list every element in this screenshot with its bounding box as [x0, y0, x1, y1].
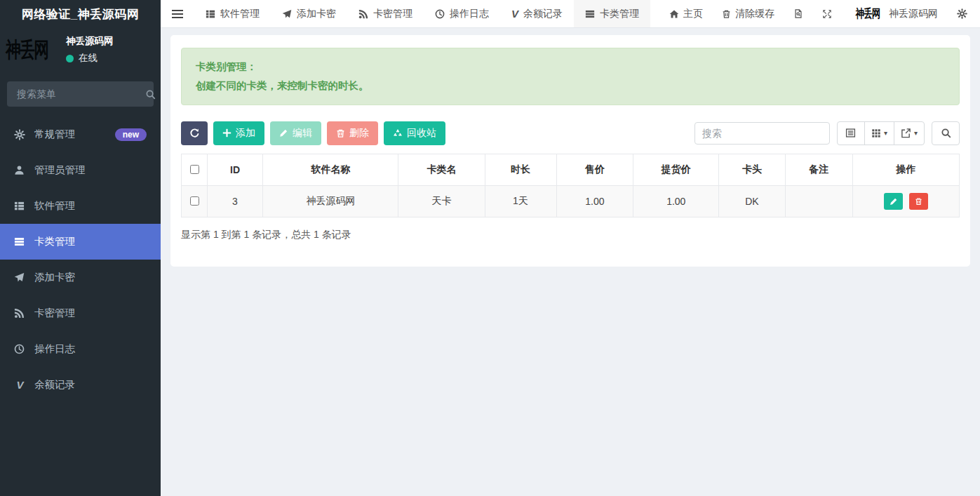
recycle-icon	[393, 128, 403, 138]
sidebar-item-general[interactable]: 常规管理 new	[0, 116, 161, 152]
sidebar-item-label: 添加卡密	[34, 271, 75, 284]
refresh-button[interactable]	[181, 121, 208, 145]
sidebar-profile: 神丢网 神丢源码网 在线	[0, 25, 161, 72]
tab-logs[interactable]: 操作日志	[424, 0, 500, 27]
col-software: 软件名称	[263, 154, 398, 185]
add-button[interactable]: 添加	[213, 121, 264, 145]
rss-icon	[358, 9, 368, 19]
pencil-icon	[279, 128, 288, 138]
table-summary: 显示第 1 到第 1 条记录，总共 1 条记录	[181, 229, 960, 241]
sidebar-item-label: 卡密管理	[34, 307, 75, 320]
reorder-icon	[14, 236, 26, 247]
cell-prefix: DK	[719, 185, 785, 217]
col-price: 售价	[556, 154, 633, 185]
columns-button[interactable]: ▾	[864, 121, 894, 145]
edit-button[interactable]: 编辑	[270, 121, 321, 145]
profile-name: 神丢源码网	[66, 35, 114, 48]
home-icon	[669, 9, 679, 19]
table-view-button-group: ▾ ▾	[837, 121, 925, 145]
content: 卡类别管理： 创建不同的卡类，来控制卡密的时长。	[161, 28, 980, 496]
tab-label: 余额记录	[523, 8, 563, 20]
col-pickup-price: 提货价	[633, 154, 719, 185]
row-edit-button[interactable]	[884, 193, 903, 210]
cell-card-type: 天卡	[398, 185, 485, 217]
search-submit-button[interactable]	[932, 121, 960, 145]
clock-icon	[14, 344, 26, 354]
cell-remark	[785, 185, 852, 217]
paper-plane-icon	[282, 9, 292, 19]
tab-add-card[interactable]: 添加卡密	[271, 0, 347, 27]
delete-button-label: 删除	[349, 127, 369, 140]
paper-plane-icon	[14, 272, 26, 283]
new-badge: new	[115, 128, 147, 141]
sidebar-item-label: 管理员管理	[34, 163, 86, 177]
detail-view-button[interactable]	[837, 121, 865, 145]
home-link[interactable]: 主页	[669, 8, 703, 20]
clear-cache-link[interactable]: 清除缓存	[722, 8, 774, 20]
sidebar-item-balance[interactable]: V 余额记录	[0, 367, 161, 403]
tab-balance[interactable]: V 余额记录	[500, 0, 574, 27]
search-icon	[145, 89, 156, 100]
clock-icon	[435, 9, 445, 19]
sidebar-brand-title: 网络验证_神丢源码网	[0, 0, 161, 25]
card-panel: 卡类别管理： 创建不同的卡类，来控制卡密的时长。	[170, 35, 970, 267]
list-icon	[206, 9, 215, 19]
trash-icon	[915, 197, 922, 206]
columns-grid-icon	[871, 128, 881, 138]
topbar-brand-label: 神丢源码网	[889, 8, 938, 20]
table-search-input[interactable]	[694, 122, 830, 145]
export-button[interactable]: ▾	[894, 121, 925, 145]
brand-logo: 神丢网	[6, 39, 48, 60]
col-duration: 时长	[485, 154, 556, 185]
delete-button[interactable]: 删除	[327, 121, 378, 145]
tab-software[interactable]: 软件管理	[194, 0, 271, 27]
sidebar-item-software[interactable]: 软件管理	[0, 188, 161, 224]
online-status-dot	[66, 55, 74, 62]
export-icon	[901, 128, 911, 138]
pencil-icon	[890, 197, 898, 206]
tab-label: 卡类管理	[600, 8, 639, 20]
sidebar-toggle-icon[interactable]	[161, 0, 194, 27]
sidebar-item-admins[interactable]: 管理员管理	[0, 152, 161, 188]
settings-gears-icon[interactable]	[957, 8, 967, 19]
docs-icon[interactable]	[793, 8, 803, 19]
sidebar-item-card-manage[interactable]: 卡密管理	[0, 295, 161, 331]
sidebar-item-logs[interactable]: 操作日志	[0, 331, 161, 367]
tab-card-manage[interactable]: 卡密管理	[347, 0, 424, 27]
tab-label: 操作日志	[450, 8, 489, 20]
sidebar-item-label: 软件管理	[34, 199, 75, 213]
clear-cache-label: 清除缓存	[735, 8, 774, 20]
brand-logo-small: 神丢网	[856, 8, 880, 20]
chevron-down-icon: ▾	[884, 129, 887, 137]
recycle-button-label: 回收站	[407, 127, 436, 140]
cell-duration: 1天	[485, 185, 556, 217]
info-alert: 卡类别管理： 创建不同的卡类，来控制卡密的时长。	[181, 48, 960, 105]
cell-pickup-price: 1.00	[633, 185, 719, 217]
col-card-type: 卡类名	[398, 154, 485, 185]
list-icon	[14, 201, 26, 211]
row-delete-button[interactable]	[909, 193, 928, 210]
fullscreen-icon[interactable]	[822, 9, 832, 19]
recycle-bin-button[interactable]: 回收站	[384, 121, 445, 145]
col-prefix: 卡头	[719, 154, 785, 185]
row-checkbox[interactable]	[190, 196, 199, 206]
sidebar-menu: 常规管理 new 管理员管理 软件管理 卡类管理	[0, 116, 161, 403]
rss-icon	[14, 308, 26, 319]
tab-label: 添加卡密	[297, 8, 336, 20]
sidebar: 网络验证_神丢源码网 神丢网 神丢源码网 在线 常规管理	[0, 0, 161, 496]
sidebar-item-card-types[interactable]: 卡类管理	[0, 224, 161, 260]
topbar-right: 主页 清除缓存 神丢网 神丢源码网	[669, 0, 980, 27]
tab-card-types[interactable]: 卡类管理	[574, 0, 650, 27]
search-icon	[941, 128, 951, 138]
vimeo-icon: V	[14, 380, 26, 390]
sidebar-search-input[interactable]	[15, 88, 145, 100]
col-actions: 操作	[853, 154, 960, 185]
alert-title: 卡类别管理：	[196, 58, 945, 76]
sidebar-item-add-card[interactable]: 添加卡密	[0, 260, 161, 295]
sidebar-item-label: 常规管理	[34, 128, 75, 141]
cogs-icon	[14, 129, 26, 140]
sidebar-item-label: 卡类管理	[34, 235, 75, 248]
card-types-table: ID 软件名称 卡类名 时长 售价 提货价 卡头 备注 操作	[181, 154, 960, 217]
topbar-brand[interactable]: 神丢网 神丢源码网	[851, 8, 938, 20]
select-all-checkbox[interactable]	[190, 165, 199, 174]
